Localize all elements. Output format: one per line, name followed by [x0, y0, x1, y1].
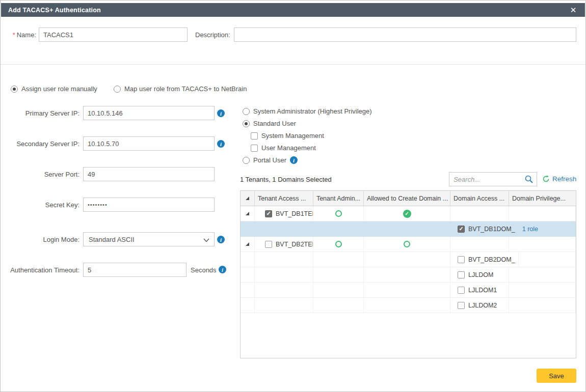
- domain-access-checkbox[interactable]: ✓: [458, 271, 465, 278]
- login-mode-value: Standard ASCII: [89, 236, 135, 243]
- search-box: [449, 172, 537, 186]
- domain-name: BVT_DB1DOM_: [468, 226, 515, 233]
- add-tacacs-dialog: { "titlebar": { "title": "Add TACACS+ Au…: [0, 0, 586, 392]
- col-tenant-admin[interactable]: Tenant Admin...: [313, 191, 364, 206]
- secret-key-input[interactable]: [83, 198, 215, 212]
- col-domain-privilege[interactable]: Domain Privilege...: [509, 191, 576, 206]
- info-icon[interactable]: i: [219, 266, 226, 273]
- table-row: ✓ LJLDOM2: [241, 298, 576, 313]
- radio-icon[interactable]: [243, 108, 250, 115]
- auth-timeout-label: Authentication Timeout:: [1, 266, 79, 274]
- system-admin-label: System Administrator (Highest Privilege): [253, 107, 372, 115]
- col-tenant-access[interactable]: Tenant Access ...: [255, 191, 313, 206]
- refresh-label: Refresh: [552, 175, 576, 183]
- required-marker: *: [13, 31, 15, 39]
- domain-privilege-link[interactable]: 1 role: [522, 226, 538, 233]
- col-allowed-create-domain[interactable]: Allowed to Create Domain ...: [364, 191, 450, 206]
- domain-name: LJLDOM2: [468, 302, 497, 309]
- domain-access-checkbox[interactable]: ✓: [458, 302, 465, 309]
- primary-ip-input[interactable]: [83, 106, 215, 120]
- selection-summary: 1 Tenants, 1 Domains Selected: [240, 176, 332, 183]
- refresh-icon: [542, 175, 550, 183]
- create-domain-check-icon[interactable]: ✓: [403, 210, 411, 218]
- description-input[interactable]: [234, 27, 576, 42]
- system-management-label: System Management: [261, 132, 324, 139]
- info-icon[interactable]: i: [217, 109, 225, 117]
- tenant-admin-circle-icon[interactable]: [335, 210, 342, 217]
- domain-access-checkbox[interactable]: ✓: [458, 256, 465, 263]
- row-expander-icon[interactable]: [246, 242, 249, 246]
- system-management-option[interactable]: ✓ System Management: [251, 132, 324, 139]
- radio-icon[interactable]: [11, 86, 18, 93]
- server-port-input[interactable]: [83, 167, 215, 181]
- table-row: ✓ BVT_DB2TEN_: [241, 237, 576, 252]
- domain-access-checkbox[interactable]: ✓: [458, 287, 465, 294]
- name-label: *Name:: [1, 31, 36, 39]
- tenant-domain-table: Tenant Access ... Tenant Admin... Allowe…: [240, 190, 576, 358]
- table-row: ✓ BVT_DB1TEN_ ✓: [241, 206, 576, 221]
- primary-ip-label: Primary Server IP:: [1, 109, 79, 117]
- server-port-label: Server Port:: [1, 171, 79, 178]
- name-input[interactable]: [39, 27, 188, 42]
- table-row: ✓ BVT_DB2DOM_: [241, 252, 576, 267]
- dialog-title: Add TACACS+ Authentication: [8, 7, 101, 14]
- table-row-selected[interactable]: ✓ BVT_DB1DOM_ 1 role: [241, 221, 576, 237]
- tenant-name: BVT_DB2TEN_: [276, 241, 313, 248]
- domain-name: LJLDOM: [468, 271, 493, 278]
- tenant-name: BVT_DB1TEN_: [276, 210, 313, 217]
- description-label: Description:: [195, 31, 230, 39]
- table-row: ✓ LJLDOM: [241, 267, 576, 283]
- user-management-option[interactable]: ✓ User Management: [251, 144, 316, 152]
- search-icon[interactable]: [525, 175, 534, 184]
- checkbox-icon[interactable]: ✓: [251, 145, 258, 152]
- map-role-label: Map user role from TACACS+ to NetBrain: [124, 85, 247, 93]
- table-header: Tenant Access ... Tenant Admin... Allowe…: [241, 191, 576, 206]
- portal-user-label: Portal User: [253, 156, 286, 164]
- map-role-option[interactable]: Map user role from TACACS+ to NetBrain: [114, 85, 247, 93]
- info-icon[interactable]: i: [217, 140, 225, 148]
- timeout-unit-label: Seconds: [191, 266, 217, 274]
- refresh-button[interactable]: Refresh: [542, 175, 576, 183]
- save-button[interactable]: Save: [537, 369, 576, 383]
- row-expander-icon[interactable]: [246, 212, 249, 215]
- assign-manually-label: Assign user role manually: [21, 85, 97, 93]
- domain-access-checkbox[interactable]: ✓: [458, 226, 465, 233]
- radio-icon[interactable]: [114, 86, 121, 93]
- standard-user-label: Standard User: [253, 120, 296, 127]
- domain-name: BVT_DB2DOM_: [468, 256, 515, 263]
- tenant-access-checkbox[interactable]: ✓: [265, 241, 272, 248]
- secondary-ip-input[interactable]: [83, 136, 215, 151]
- standard-user-option[interactable]: Standard User: [243, 120, 296, 127]
- chevron-down-icon: [203, 238, 209, 242]
- login-mode-select[interactable]: Standard ASCII: [83, 232, 215, 246]
- user-management-label: User Management: [261, 144, 316, 152]
- section-divider: [1, 64, 585, 65]
- domain-name: LJLDOM1: [468, 287, 497, 294]
- checkbox-icon[interactable]: ✓: [251, 132, 258, 139]
- info-icon[interactable]: i: [290, 156, 298, 164]
- expand-all-icon[interactable]: [246, 197, 249, 200]
- tenant-admin-circle-icon[interactable]: [335, 241, 342, 247]
- secret-key-label: Secret Key:: [1, 201, 79, 209]
- auth-timeout-input[interactable]: [83, 263, 187, 277]
- system-admin-option[interactable]: System Administrator (Highest Privilege): [243, 107, 372, 115]
- close-icon[interactable]: ✕: [569, 6, 578, 15]
- assign-manually-option[interactable]: Assign user role manually: [11, 85, 97, 93]
- radio-icon[interactable]: [243, 157, 250, 164]
- create-domain-circle-icon[interactable]: [404, 241, 410, 247]
- dialog-titlebar: Add TACACS+ Authentication ✕: [1, 3, 585, 17]
- info-icon[interactable]: i: [217, 236, 225, 243]
- tenant-access-checkbox[interactable]: ✓: [265, 210, 272, 217]
- login-mode-label: Login Mode:: [1, 236, 79, 243]
- col-domain-access[interactable]: Domain Access ...: [450, 191, 509, 206]
- radio-icon[interactable]: [243, 120, 250, 127]
- secondary-ip-label: Secondary Server IP:: [1, 140, 79, 148]
- search-input[interactable]: [449, 172, 537, 186]
- table-row: ✓ LJLDOM1: [241, 283, 576, 298]
- portal-user-option[interactable]: Portal User i: [243, 156, 298, 164]
